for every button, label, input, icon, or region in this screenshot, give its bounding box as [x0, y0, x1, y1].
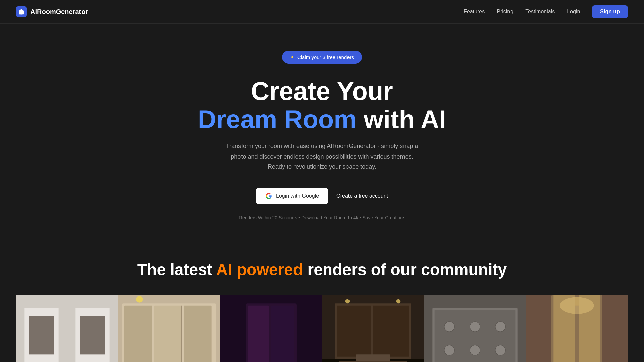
room-image-1 [16, 295, 118, 362]
svg-point-38 [345, 299, 350, 304]
svg-rect-15 [184, 306, 211, 362]
svg-rect-63 [526, 295, 551, 362]
room-image-4 [322, 295, 424, 362]
room-svg-1 [16, 295, 118, 362]
room-svg-2 [118, 295, 220, 362]
room-image-6 [526, 295, 628, 362]
claim-badge-text: Claim your 3 free renders [297, 54, 354, 60]
logo-text: AIRoomGenerator [30, 8, 88, 16]
hero-title-line1: Create Your [251, 77, 393, 105]
svg-rect-13 [124, 306, 152, 362]
hero-title: Create Your Dream Room with AI [198, 77, 446, 133]
google-login-button[interactable]: Login with Google [256, 188, 328, 204]
signup-button[interactable]: Sign up [592, 5, 628, 18]
community-title-white2: renders of our community [303, 261, 507, 279]
svg-point-48 [444, 322, 454, 332]
hero-features-text: Renders Within 20 Seconds • Download You… [239, 215, 405, 220]
room-image-3 [220, 295, 322, 362]
svg-rect-70 [575, 297, 579, 305]
svg-rect-14 [154, 306, 182, 362]
nav-links: Features Pricing Testimonials Login Sign… [464, 5, 628, 18]
svg-point-50 [495, 322, 505, 332]
room-svg-4 [322, 295, 424, 362]
svg-rect-37 [373, 306, 409, 357]
nav-login[interactable]: Login [567, 9, 580, 15]
svg-rect-36 [337, 306, 371, 357]
room-svg-5 [424, 295, 526, 362]
google-logo-icon [265, 193, 272, 199]
svg-rect-5 [80, 316, 105, 354]
hero-section: ✦ Claim your 3 free renders Create Your … [0, 24, 644, 240]
svg-point-52 [470, 345, 480, 355]
room-image-2 [118, 295, 220, 362]
google-login-label: Login with Google [276, 193, 319, 199]
logo-svg [18, 8, 25, 15]
community-title-white1: The latest [137, 261, 216, 279]
claim-badge[interactable]: ✦ Claim your 3 free renders [282, 51, 362, 64]
svg-point-21 [136, 296, 143, 303]
svg-rect-3 [29, 316, 54, 354]
nav-testimonials[interactable]: Testimonials [525, 9, 555, 15]
nav-pricing[interactable]: Pricing [497, 9, 513, 15]
hero-title-white: with AI [357, 105, 446, 133]
svg-rect-25 [271, 306, 294, 362]
svg-point-49 [470, 322, 480, 332]
svg-rect-43 [356, 354, 390, 361]
community-title-orange: AI powered [216, 261, 303, 279]
svg-rect-64 [602, 295, 628, 362]
logo-icon [16, 6, 27, 17]
svg-rect-24 [248, 306, 269, 362]
room-svg-6 [526, 295, 628, 362]
community-title: The latest AI powered renders of our com… [16, 260, 628, 279]
svg-point-39 [396, 299, 401, 304]
room-image-5 [424, 295, 526, 362]
community-image-grid [16, 295, 628, 362]
room-svg-3 [220, 295, 322, 362]
nav-features[interactable]: Features [464, 9, 485, 15]
hero-subtitle: Transform your room with ease using AIRo… [221, 141, 423, 172]
create-account-link[interactable]: Create a free account [336, 193, 388, 199]
star-icon: ✦ [290, 54, 294, 60]
hero-title-blue: Dream Room [198, 105, 357, 133]
hero-actions: Login with Google Create a free account [256, 188, 388, 204]
svg-point-51 [444, 345, 454, 355]
logo[interactable]: AIRoomGenerator [16, 6, 88, 17]
navbar: AIRoomGenerator Features Pricing Testimo… [0, 0, 644, 24]
community-section: The latest AI powered renders of our com… [0, 240, 644, 362]
svg-point-53 [495, 345, 505, 355]
